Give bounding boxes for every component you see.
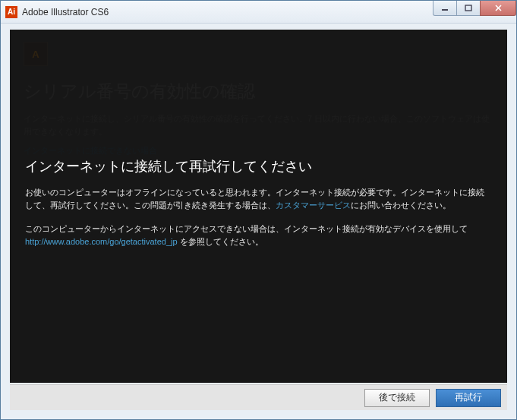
overlay-text: このコンピューターからインターネットにアクセスできない場合は、インターネット接続… [25,224,468,233]
minimize-icon [441,5,449,12]
app-icon: Ai [5,6,17,18]
close-icon [494,4,503,12]
close-button[interactable] [480,1,516,16]
overlay-paragraph-1: お使いのコンピューターはオフラインになっていると思われます。インターネット接続が… [25,186,492,212]
overlay-text: を参照してください。 [178,237,263,246]
overlay-heading: インターネットに接続して再試行してください [25,157,492,175]
titlebar: Ai Adobe Illustrator CS6 [1,1,516,24]
retry-button[interactable]: 再試行 [436,389,501,407]
customer-service-link[interactable]: カスタマーサービス [276,201,351,210]
svg-rect-1 [465,5,471,11]
app-window: Ai Adobe Illustrator CS6 A シリアル番号の有効性の確認… [0,0,517,420]
footer-bar: 後で接続 再試行 [10,384,507,410]
error-overlay: インターネットに接続して再試行してください お使いのコンピューターはオフラインに… [10,30,507,383]
svg-rect-0 [442,9,448,11]
connect-later-button[interactable]: 後で接続 [364,389,430,407]
window-title: Adobe Illustrator CS6 [22,7,109,17]
minimize-button[interactable] [433,1,457,16]
activation-url-link[interactable]: http://www.adobe.com/go/getactivated_jp [25,237,178,246]
overlay-text: にお問い合わせください。 [351,201,451,210]
window-controls [433,1,516,17]
overlay-paragraph-2: このコンピューターからインターネットにアクセスできない場合は、インターネット接続… [25,223,492,248]
content-area: A シリアル番号の有効性の確認 インターネットに接続し、シリアル番号の有効性の確… [10,30,507,383]
maximize-button[interactable] [456,1,481,16]
maximize-icon [465,5,472,12]
